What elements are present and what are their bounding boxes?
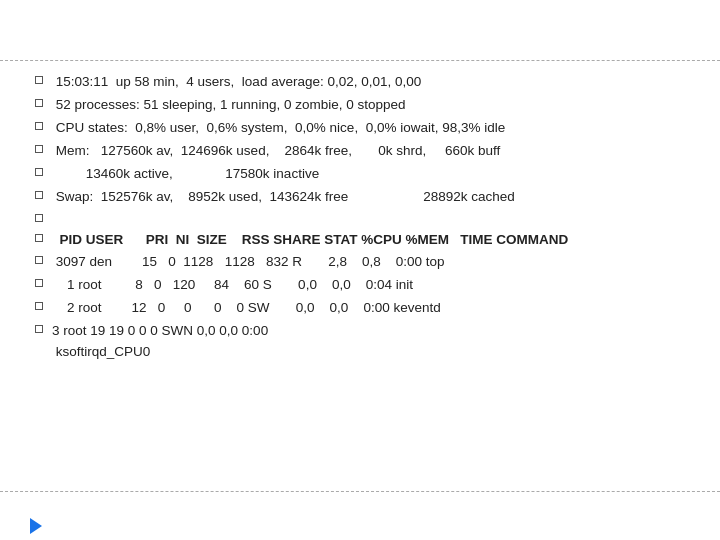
bullet [30, 230, 48, 242]
bullet [30, 275, 48, 287]
bullet [30, 210, 48, 222]
bullet [30, 118, 48, 130]
bullet [30, 164, 48, 176]
bottom-arrow-area [0, 512, 720, 540]
line-item: 15:03:11 up 58 min, 4 users, load averag… [30, 72, 690, 93]
line-item: 13460k active, 17580k inactive [30, 164, 690, 185]
line-text: 3 root 19 19 0 0 0 SWN 0,0 0,0 0:00 ksof… [52, 321, 268, 363]
line-text: 1 root 8 0 120 84 60 S 0,0 0,0 0:04 init [52, 275, 413, 296]
table-header: PID USER PRI NI SIZE RSS SHARE STAT %CPU… [52, 230, 568, 251]
line-item: PID USER PRI NI SIZE RSS SHARE STAT %CPU… [30, 230, 690, 251]
line-text: 3097 den 15 0 1128 1128 832 R 2,8 0,8 0:… [52, 252, 445, 273]
content-area: 15:03:11 up 58 min, 4 users, load averag… [0, 62, 720, 491]
right-arrow-icon [30, 518, 42, 534]
line-item: CPU states: 0,8% user, 0,6% system, 0,0%… [30, 118, 690, 139]
bullet [30, 252, 48, 264]
empty-line [30, 210, 690, 228]
main-container: 15:03:11 up 58 min, 4 users, load averag… [0, 0, 720, 540]
bullet [30, 187, 48, 199]
line-text: Swap: 152576k av, 8952k used, 143624k fr… [52, 187, 515, 208]
line-item: 1 root 8 0 120 84 60 S 0,0 0,0 0:04 init [30, 275, 690, 296]
bullet [30, 141, 48, 153]
line-text: 13460k active, 17580k inactive [52, 164, 319, 185]
bottom-border [0, 491, 720, 492]
line-item: 3097 den 15 0 1128 1128 832 R 2,8 0,8 0:… [30, 252, 690, 273]
line-item: 3 root 19 19 0 0 0 SWN 0,0 0,0 0:00 ksof… [30, 321, 690, 363]
line-text: 2 root 12 0 0 0 0 SW 0,0 0,0 0:00 kevent… [52, 298, 441, 319]
line-item: 52 processes: 51 sleeping, 1 running, 0 … [30, 95, 690, 116]
line-text: 15:03:11 up 58 min, 4 users, load averag… [52, 72, 421, 93]
bullet [30, 95, 48, 107]
line-text: 52 processes: 51 sleeping, 1 running, 0 … [52, 95, 405, 116]
line-text: CPU states: 0,8% user, 0,6% system, 0,0%… [52, 118, 505, 139]
bullet [30, 298, 48, 310]
line-item: Swap: 152576k av, 8952k used, 143624k fr… [30, 187, 690, 208]
line-item: 2 root 12 0 0 0 0 SW 0,0 0,0 0:00 kevent… [30, 298, 690, 319]
line-text: Mem: 127560k av, 124696k used, 2864k fre… [52, 141, 500, 162]
bullet [30, 321, 48, 333]
line-item: Mem: 127560k av, 124696k used, 2864k fre… [30, 141, 690, 162]
bullet [30, 72, 48, 84]
